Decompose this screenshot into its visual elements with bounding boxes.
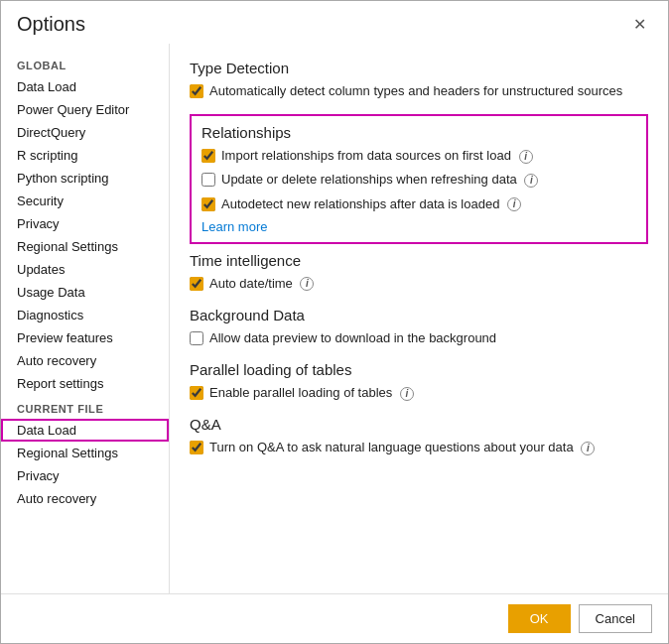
qa-label: Turn on Q&A to ask natural language ques… — [209, 439, 595, 456]
enable-parallel-checkbox[interactable] — [190, 386, 203, 400]
background-data-title: Background Data — [190, 307, 648, 323]
relationships-title: Relationships — [201, 124, 636, 141]
allow-preview-label: Allow data preview to download in the ba… — [209, 329, 496, 347]
update-relationships-checkbox[interactable] — [201, 173, 215, 187]
auto-detect-label: Automatically detect column types and he… — [209, 82, 622, 100]
autodetect-relationships-info-icon: i — [507, 197, 521, 211]
relationships-box: Relationships Import relationships from … — [190, 114, 648, 244]
options-dialog: Options ✕ GLOBAL Data Load Power Query E… — [0, 0, 669, 644]
qa-row: Turn on Q&A to ask natural language ques… — [190, 439, 648, 456]
update-relationships-info-icon: i — [524, 174, 538, 188]
auto-detect-row: Automatically detect column types and he… — [190, 82, 648, 100]
sidebar-item-preview-features[interactable]: Preview features — [1, 326, 169, 349]
qa-section: Q&A Turn on Q&A to ask natural language … — [190, 416, 648, 456]
auto-datetime-info-icon: i — [300, 277, 314, 291]
dialog-footer: OK Cancel — [1, 593, 668, 643]
sidebar-item-data-load-global[interactable]: Data Load — [1, 75, 169, 98]
update-relationships-label: Update or delete relationships when refr… — [221, 171, 538, 189]
qa-checkbox[interactable] — [190, 441, 203, 454]
sidebar: GLOBAL Data Load Power Query Editor Dire… — [1, 44, 170, 593]
time-intelligence-title: Time intelligence — [190, 252, 648, 269]
import-relationships-label: Import relationships from data sources o… — [221, 147, 533, 165]
autodetect-relationships-row: Autodetect new relationships after data … — [201, 195, 636, 213]
auto-datetime-row: Auto date/time i — [190, 275, 648, 293]
dialog-body: GLOBAL Data Load Power Query Editor Dire… — [1, 44, 668, 593]
sidebar-item-regional-settings-global[interactable]: Regional Settings — [1, 235, 169, 258]
sidebar-item-auto-recovery-current[interactable]: Auto recovery — [1, 487, 169, 510]
sidebar-item-directquery[interactable]: DirectQuery — [1, 121, 169, 144]
close-button[interactable]: ✕ — [627, 13, 652, 36]
sidebar-item-usage-data[interactable]: Usage Data — [1, 281, 169, 304]
cancel-button[interactable]: Cancel — [579, 604, 652, 633]
type-detection-section: Type Detection Automatically detect colu… — [190, 60, 648, 100]
sidebar-item-privacy-current[interactable]: Privacy — [1, 464, 169, 487]
autodetect-relationships-checkbox[interactable] — [201, 197, 215, 211]
qa-title: Q&A — [190, 416, 648, 433]
update-relationships-row: Update or delete relationships when refr… — [201, 171, 636, 189]
sidebar-item-python-scripting[interactable]: Python scripting — [1, 167, 169, 190]
enable-parallel-row: Enable parallel loading of tables i — [190, 384, 648, 402]
sidebar-item-diagnostics[interactable]: Diagnostics — [1, 304, 169, 326]
sidebar-item-power-query-editor[interactable]: Power Query Editor — [1, 98, 169, 121]
title-bar: Options ✕ — [1, 1, 668, 44]
background-data-section: Background Data Allow data preview to do… — [190, 307, 648, 347]
sidebar-item-regional-settings-current[interactable]: Regional Settings — [1, 442, 169, 464]
sidebar-item-data-load-current[interactable]: Data Load — [1, 419, 169, 442]
parallel-loading-section: Parallel loading of tables Enable parall… — [190, 361, 648, 402]
sidebar-item-updates[interactable]: Updates — [1, 258, 169, 281]
parallel-loading-title: Parallel loading of tables — [190, 361, 648, 378]
main-content: Type Detection Automatically detect colu… — [170, 44, 668, 593]
current-file-section-label: CURRENT FILE — [1, 395, 169, 419]
type-detection-title: Type Detection — [190, 60, 648, 76]
auto-datetime-checkbox[interactable] — [190, 277, 203, 291]
import-relationships-info-icon: i — [519, 150, 533, 164]
enable-parallel-info-icon: i — [400, 387, 414, 401]
global-section-label: GLOBAL — [1, 52, 169, 75]
allow-preview-checkbox[interactable] — [190, 331, 203, 345]
dialog-title: Options — [17, 13, 85, 36]
learn-more-link[interactable]: Learn more — [201, 219, 636, 234]
sidebar-item-privacy-global[interactable]: Privacy — [1, 212, 169, 235]
import-relationships-row: Import relationships from data sources o… — [201, 147, 636, 165]
sidebar-item-report-settings[interactable]: Report settings — [1, 372, 169, 395]
auto-datetime-label: Auto date/time i — [209, 275, 314, 293]
sidebar-item-auto-recovery-global[interactable]: Auto recovery — [1, 349, 169, 372]
sidebar-item-r-scripting[interactable]: R scripting — [1, 144, 169, 167]
qa-info-icon: i — [581, 442, 595, 455]
autodetect-relationships-label: Autodetect new relationships after data … — [221, 195, 521, 213]
import-relationships-checkbox[interactable] — [201, 149, 215, 163]
allow-preview-row: Allow data preview to download in the ba… — [190, 329, 648, 347]
sidebar-item-security[interactable]: Security — [1, 190, 169, 212]
ok-button[interactable]: OK — [508, 604, 571, 633]
enable-parallel-label: Enable parallel loading of tables i — [209, 384, 414, 402]
time-intelligence-section: Time intelligence Auto date/time i — [190, 252, 648, 293]
auto-detect-checkbox[interactable] — [190, 84, 203, 98]
